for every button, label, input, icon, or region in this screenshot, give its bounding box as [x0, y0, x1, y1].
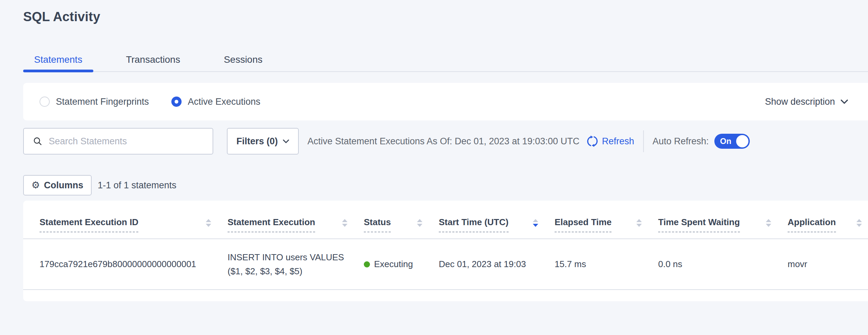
status-dot	[364, 261, 370, 267]
filters-label: Filters (0)	[236, 136, 278, 147]
chevron-down-icon	[840, 99, 848, 104]
page-title: SQL Activity	[23, 10, 100, 24]
chevron-down-icon	[283, 139, 289, 144]
column-header-time-spent-waiting[interactable]: Time Spent Waiting	[658, 217, 788, 238]
tab-transactions[interactable]: Transactions	[115, 47, 191, 72]
radio-active-executions[interactable]: Active Executions	[171, 97, 260, 107]
tab-sessions[interactable]: Sessions	[213, 47, 274, 72]
show-description-toggle[interactable]: Show description	[765, 97, 848, 107]
radio-icon	[40, 97, 50, 107]
columns-label: Columns	[44, 180, 83, 191]
column-header-status[interactable]: Status	[364, 217, 439, 238]
auto-refresh-toggle[interactable]: On	[714, 134, 750, 149]
search-input[interactable]	[48, 136, 206, 147]
refresh-icon	[586, 135, 599, 147]
statements-table: Statement Execution ID Statement Executi…	[23, 201, 868, 301]
cell-statement[interactable]: INSERT INTO users VALUES ($1, $2, $3, $4…	[228, 250, 364, 278]
column-header-statement-execution-id[interactable]: Statement Execution ID	[40, 217, 228, 238]
radio-icon	[171, 97, 182, 107]
gear-icon: ⚙	[31, 180, 40, 190]
view-mode-card: Statement Fingerprints Active Executions…	[23, 83, 868, 120]
sort-icon	[856, 219, 862, 227]
cell-execution-id: 179cca7921e679b80000000000000001	[40, 259, 228, 270]
sql-activity-page: SQL Activity Statements Transactions Ses…	[0, 0, 868, 335]
column-header-application[interactable]: Application	[788, 217, 868, 238]
column-header-elapsed-time[interactable]: Elapsed Time	[555, 217, 658, 238]
radio-label: Active Executions	[188, 97, 260, 107]
toggle-knob	[736, 135, 748, 147]
sort-icon	[417, 219, 422, 227]
cell-status: Executing	[364, 259, 439, 270]
tab-label: Statements	[34, 54, 82, 65]
columns-button[interactable]: ⚙ Columns	[23, 175, 92, 195]
tab-label: Sessions	[224, 54, 263, 65]
table-header-row: Statement Execution ID Statement Executi…	[23, 201, 868, 239]
search-input-wrapper[interactable]	[23, 128, 213, 155]
table-toolbar: ⚙ Columns 1-1 of 1 statements	[23, 175, 176, 195]
tab-statements[interactable]: Statements	[23, 47, 93, 72]
radio-statement-fingerprints[interactable]: Statement Fingerprints	[40, 97, 149, 107]
radio-label: Statement Fingerprints	[56, 97, 149, 107]
result-count: 1-1 of 1 statements	[98, 180, 176, 191]
toggle-state-label: On	[720, 136, 731, 146]
cell-application: movr	[788, 259, 868, 270]
sort-icon	[206, 219, 211, 227]
search-icon	[33, 136, 43, 147]
cell-time-spent-waiting: 0.0 ns	[658, 259, 788, 270]
as-of-text: Active Statement Executions As Of: Dec 0…	[308, 136, 579, 147]
show-description-label: Show description	[765, 97, 835, 107]
vertical-divider	[643, 130, 644, 152]
view-mode-radio-group: Statement Fingerprints Active Executions	[40, 97, 260, 107]
controls-row: Filters (0) Active Statement Executions …	[23, 128, 868, 155]
column-header-start-time[interactable]: Start Time (UTC)	[439, 217, 555, 238]
filters-button[interactable]: Filters (0)	[227, 128, 299, 155]
status-label: Executing	[374, 259, 413, 270]
table-row[interactable]: 179cca7921e679b80000000000000001 INSERT …	[23, 239, 868, 290]
tab-bar: Statements Transactions Sessions	[23, 47, 274, 72]
tab-label: Transactions	[126, 54, 180, 65]
cell-elapsed-time: 15.7 ms	[555, 259, 658, 270]
sort-icon	[766, 219, 771, 227]
refresh-button[interactable]: Refresh	[586, 135, 634, 147]
sort-icon-desc-active	[533, 219, 538, 227]
sort-icon	[342, 219, 347, 227]
column-header-statement-execution[interactable]: Statement Execution	[228, 217, 364, 238]
auto-refresh-label: Auto Refresh:	[653, 136, 709, 147]
refresh-label: Refresh	[602, 136, 634, 147]
cell-start-time: Dec 01, 2023 at 19:03	[439, 259, 555, 270]
sort-icon	[636, 219, 642, 227]
